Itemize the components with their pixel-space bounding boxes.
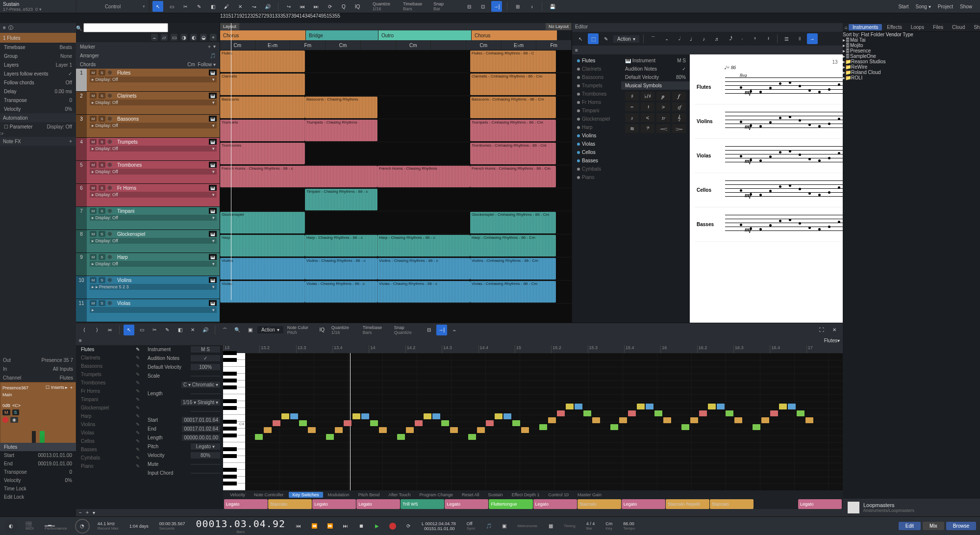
- chord-cell[interactable]: E♭m: [502, 40, 537, 50]
- midi-note[interactable]: [637, 404, 645, 409]
- browse-view-button[interactable]: Browse: [946, 522, 976, 530]
- midi-note[interactable]: [681, 424, 689, 430]
- track-display-mode[interactable]: ▸ Display: Off▾: [90, 261, 217, 267]
- midi-part-item[interactable]: Timpani✎: [76, 395, 145, 404]
- chord-lane[interactable]: CmE♭mFmCmCmCmE♭mFm: [220, 40, 572, 50]
- pencil-icon[interactable]: ✎: [136, 363, 140, 369]
- no-layout-tag[interactable]: No Layout: [546, 23, 572, 30]
- ed-select-icon[interactable]: ⬚: [588, 33, 599, 44]
- editor-instrument-item[interactable]: Harp: [572, 123, 621, 131]
- progress-ring-icon[interactable]: ◔: [75, 519, 90, 534]
- pencil-icon[interactable]: ✎: [136, 347, 140, 352]
- transport-position[interactable]: 00013.03.04.92Bars: [193, 518, 288, 534]
- pencil-icon[interactable]: ✎: [136, 397, 140, 402]
- instrument-icon[interactable]: 🎹: [209, 300, 217, 306]
- inspector-prop[interactable]: Transpose0: [0, 96, 76, 104]
- editor-instrument-item[interactable]: Violas: [572, 140, 621, 148]
- pencil-tool-icon[interactable]: ✎: [194, 1, 204, 12]
- ruler-tick[interactable]: 21: [242, 13, 248, 24]
- io-in[interactable]: InAll Inputs: [0, 364, 76, 373]
- playhead[interactable]: [231, 23, 231, 300]
- midi-ruler-tick[interactable]: 17: [806, 345, 843, 353]
- midi-note[interactable]: [361, 413, 369, 419]
- track-display-mode[interactable]: ▸ Display: Off▾: [90, 169, 217, 175]
- inspector-prop[interactable]: LayersLayer 1: [0, 60, 76, 69]
- ruler-tick[interactable]: 13: [220, 13, 226, 24]
- return-icon[interactable]: ⏮: [297, 1, 308, 12]
- rest-icon[interactable]: 𝄽: [762, 33, 773, 44]
- midi-action-dropdown[interactable]: Action ▾: [257, 326, 283, 333]
- loop-button[interactable]: ⟳: [403, 521, 414, 532]
- midi-clip[interactable]: Flutes - Cmhasing Rhythms - 86 - C: [470, 51, 556, 72]
- symbol-button[interactable]: 𝆏: [656, 92, 670, 101]
- editor-instrument-item[interactable]: Piano: [572, 173, 621, 181]
- arrange-track-lane[interactable]: FlutesFlutes - Cmhasing Rhythms - 86 - C: [220, 50, 572, 73]
- quantize-select[interactable]: Quantize 1/16: [371, 0, 400, 13]
- rewind-button[interactable]: ⏪: [309, 521, 320, 532]
- pencil-icon[interactable]: ✎: [136, 422, 140, 427]
- track-record-arm[interactable]: [107, 231, 112, 236]
- track-header[interactable]: 7MSTimpani🎹▸ Display: Off▾: [76, 207, 220, 230]
- record-button[interactable]: [387, 521, 398, 532]
- layout-tag[interactable]: Layout: [220, 23, 239, 30]
- arrange-track-lane[interactable]: ViolinsViolins - Chasing Rhythms - 86 - …: [220, 257, 572, 280]
- midi-ruler-tick[interactable]: 16: [660, 345, 697, 353]
- midi-ruler-tick[interactable]: 16.2: [697, 345, 733, 353]
- piano-black-key[interactable]: [223, 358, 237, 362]
- articulation-block[interactable]: Legato: [622, 499, 665, 509]
- instrument-icon[interactable]: 🎹: [209, 208, 217, 214]
- track-display-mode[interactable]: ▸ Display: Off▾: [90, 146, 217, 152]
- instrument-icon[interactable]: 🎹: [209, 139, 217, 145]
- timing-button[interactable]: ▦: [545, 521, 556, 532]
- instrument-icon[interactable]: 🎹: [209, 162, 217, 168]
- tab-instruments[interactable]: Instruments: [849, 24, 882, 30]
- midi-arrow-icon[interactable]: ↖: [124, 325, 134, 335]
- midi-note[interactable]: [406, 427, 414, 433]
- ruler-tick[interactable]: 37: [286, 13, 291, 24]
- symbol-button[interactable]: 𝆍: [625, 113, 639, 122]
- midi-clip[interactable]: Trumpets - Chasing Rhythms: [305, 120, 377, 141]
- track-mute[interactable]: M: [90, 70, 97, 76]
- midi-prop-row[interactable]: Length00000.00.01.00: [145, 433, 223, 442]
- piano-black-key[interactable]: [223, 399, 237, 403]
- pencil-icon[interactable]: ✎: [136, 355, 140, 360]
- tl-tool-5[interactable]: ◐: [190, 34, 197, 41]
- midi-clip[interactable]: Harp - Chasing Rhythms - 86 - c: [305, 235, 377, 256]
- editor-instrument-item[interactable]: Fr Horns: [572, 98, 621, 106]
- ruler-tick[interactable]: 49: [318, 13, 324, 24]
- io-out[interactable]: OutPresence 35 7: [0, 356, 76, 364]
- midi-clip[interactable]: Trumpets - Cmhasing Rhythms - 86 - Cm: [470, 120, 556, 141]
- range-tool-icon[interactable]: ▭: [166, 1, 177, 12]
- pencil-icon[interactable]: ✎: [136, 413, 140, 419]
- chord-cell[interactable]: [431, 40, 466, 50]
- apply-q-icon[interactable]: IQ: [352, 1, 363, 12]
- midi-note[interactable]: [583, 410, 591, 416]
- midi-ruler-tick[interactable]: 14.4: [478, 345, 515, 353]
- midi-q-icon[interactable]: IQ: [317, 325, 327, 335]
- midi-snap-toggle-icon[interactable]: ⊟: [424, 325, 434, 335]
- ruler-tick[interactable]: 33: [275, 13, 280, 24]
- ed-instrument-row[interactable]: 🎹 InstrumentM S: [621, 56, 690, 65]
- midi-note[interactable]: [290, 413, 298, 419]
- midi-note[interactable]: [610, 424, 618, 430]
- selection-prop[interactable]: Transpose0: [0, 468, 76, 476]
- pencil-icon[interactable]: ✎: [136, 438, 140, 444]
- midi-note[interactable]: [370, 420, 378, 426]
- midi-note[interactable]: [477, 427, 485, 433]
- track-solo[interactable]: S: [99, 93, 105, 99]
- midi-clip[interactable]: Harp - Cmhasing Rhythms - 86 - Cm: [470, 235, 556, 256]
- split-tool-icon[interactable]: ✂: [180, 1, 191, 12]
- editor-instrument-item[interactable]: Clarinets: [572, 65, 621, 73]
- track-header[interactable]: 2MSClarinets🎹▸ Display: Off▾: [76, 92, 220, 115]
- ruler-tick[interactable]: 39: [291, 13, 297, 24]
- track-record-arm[interactable]: [107, 139, 112, 144]
- midi-clip[interactable]: Trombones: [220, 143, 305, 164]
- loop-range[interactable]: L 00012.04.04.78 00151.01.01.00: [419, 521, 459, 531]
- midi-note[interactable]: [690, 417, 698, 423]
- piano-black-key[interactable]: [223, 351, 237, 355]
- midi-note[interactable]: [663, 417, 671, 423]
- sort-type[interactable]: Type: [903, 32, 913, 37]
- midi-listen-icon[interactable]: 🔊: [200, 325, 211, 335]
- midi-prop-row[interactable]: Velocity80%: [145, 451, 223, 460]
- ed-pencil-icon[interactable]: ✎: [601, 33, 611, 44]
